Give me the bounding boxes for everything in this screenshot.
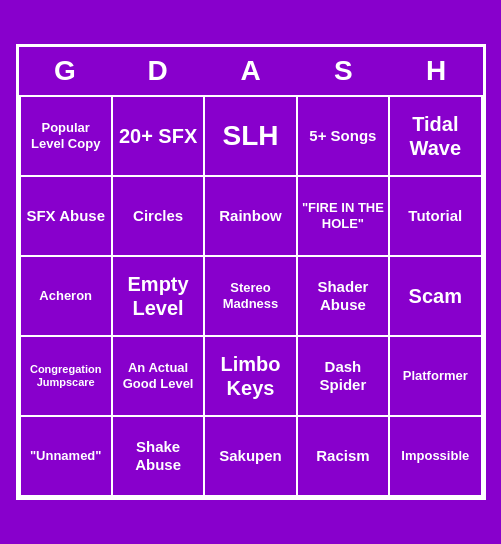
bingo-card: GDASH Popular Level Copy20+ SFXSLH5+ Son… (16, 44, 486, 500)
header-letter: A (204, 47, 297, 95)
header-letter: H (390, 47, 483, 95)
header-letter: S (297, 47, 390, 95)
cell-r1-c4: Tutorial (390, 177, 482, 257)
header-letter: G (19, 47, 112, 95)
cell-r1-c2: Rainbow (205, 177, 297, 257)
cell-r0-c1: 20+ SFX (113, 97, 205, 177)
cell-r2-c0: Acheron (21, 257, 113, 337)
cell-r1-c0: SFX Abuse (21, 177, 113, 257)
cell-r4-c4: Impossible (390, 417, 482, 497)
cell-r0-c3: 5+ Songs (298, 97, 390, 177)
cell-r1-c1: Circles (113, 177, 205, 257)
bingo-grid: Popular Level Copy20+ SFXSLH5+ SongsTida… (19, 95, 483, 497)
cell-r1-c3: "FIRE IN THE HOLE" (298, 177, 390, 257)
cell-r4-c2: Sakupen (205, 417, 297, 497)
cell-r0-c0: Popular Level Copy (21, 97, 113, 177)
cell-r2-c2: Stereo Madness (205, 257, 297, 337)
header-row: GDASH (19, 47, 483, 95)
cell-r2-c4: Scam (390, 257, 482, 337)
cell-r3-c4: Platformer (390, 337, 482, 417)
cell-r0-c4: Tidal Wave (390, 97, 482, 177)
cell-r3-c0: Congregation Jumpscare (21, 337, 113, 417)
cell-r4-c0: "Unnamed" (21, 417, 113, 497)
cell-r2-c1: Empty Level (113, 257, 205, 337)
cell-r3-c1: An Actual Good Level (113, 337, 205, 417)
header-letter: D (111, 47, 204, 95)
cell-r4-c3: Racism (298, 417, 390, 497)
cell-r3-c2: Limbo Keys (205, 337, 297, 417)
cell-r4-c1: Shake Abuse (113, 417, 205, 497)
cell-r0-c2: SLH (205, 97, 297, 177)
cell-r2-c3: Shader Abuse (298, 257, 390, 337)
cell-r3-c3: Dash Spider (298, 337, 390, 417)
